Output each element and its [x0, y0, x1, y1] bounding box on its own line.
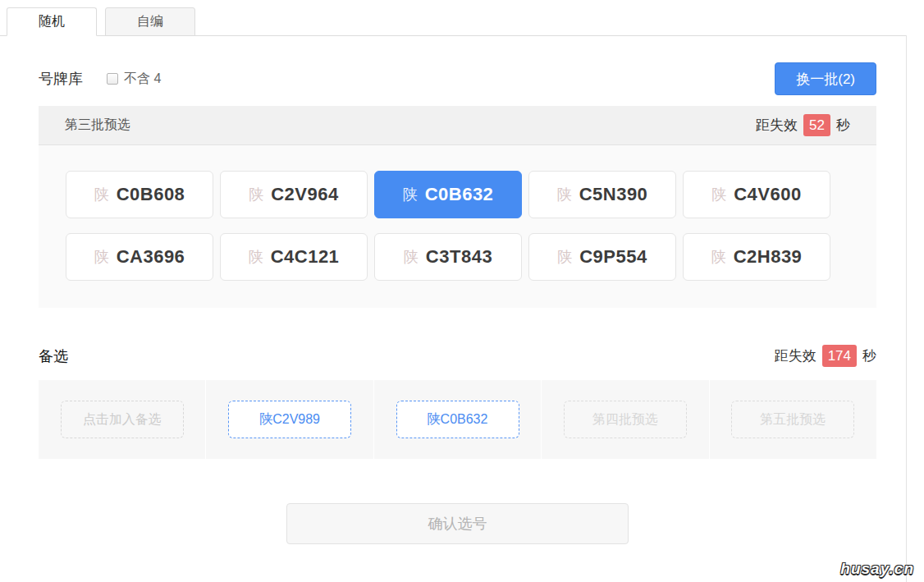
- plate-grid: 陕 C0B608 陕 C2V964 陕 C0B632 陕 C5N390 陕: [39, 145, 876, 308]
- change-batch-button[interactable]: 换一批(2): [775, 62, 876, 95]
- slot-cell: 陕C2V989: [206, 380, 373, 459]
- add-to-alternatives-button[interactable]: 点击加入备选: [61, 401, 184, 438]
- plate-number: CA3696: [117, 246, 185, 268]
- plate-button[interactable]: 陕 C2H839: [683, 233, 830, 281]
- alternatives-expiry-countdown: 距失效 174 秒: [775, 345, 876, 367]
- slot-cell: 点击加入备选: [39, 380, 205, 459]
- alternatives-title: 备选: [39, 346, 68, 366]
- plate-province: 陕: [404, 247, 419, 267]
- countdown-badge: 52: [803, 114, 830, 136]
- alternatives-header: 备选 距失效 174 秒: [39, 345, 876, 367]
- plate-province: 陕: [711, 185, 726, 204]
- plate-province: 陕: [711, 247, 726, 267]
- slot-cell: 第五批预选: [710, 380, 876, 459]
- plate-province: 陕: [403, 185, 418, 204]
- library-row: 号牌库 不含 4 换一批(2): [39, 62, 876, 95]
- slot-cell: 第四批预选: [542, 380, 708, 459]
- confirm-selection-button[interactable]: 确认选号: [286, 503, 629, 544]
- plate-button[interactable]: 陕 C3T843: [374, 233, 522, 281]
- slot-cell: 陕C0B632: [374, 380, 541, 459]
- plate-province: 陕: [557, 185, 572, 204]
- plate-button[interactable]: 陕 C5N390: [528, 171, 676, 218]
- library-title: 号牌库: [39, 69, 83, 89]
- batch-panel-header: 第三批预选 距失效 52 秒: [39, 106, 876, 145]
- watermark: husay.cn: [840, 560, 914, 578]
- plate-province: 陕: [557, 247, 572, 267]
- tab-random-label: 随机: [39, 13, 65, 30]
- expiry-prefix: 距失效: [756, 116, 798, 135]
- exclude-4-label[interactable]: 不含 4: [124, 71, 161, 88]
- main-content: 号牌库 不含 4 换一批(2) 第三批预选 距失效 52 秒 陕 C0B608: [39, 62, 876, 544]
- expiry-prefix: 距失效: [775, 346, 817, 365]
- exclude-4-checkbox[interactable]: [107, 73, 118, 85]
- countdown-badge: 174: [822, 345, 857, 367]
- expiry-suffix: 秒: [862, 346, 876, 365]
- plate-button-selected[interactable]: 陕 C0B632: [374, 171, 522, 218]
- future-batch-slot: 第四批预选: [564, 401, 687, 438]
- plate-selection-page: 随机 自编 号牌库 不含 4 换一批(2) 第三批预选 距失效 52 秒: [0, 0, 924, 582]
- plate-number: C4C121: [271, 246, 340, 268]
- plate-number: C4V600: [734, 184, 802, 205]
- plate-number: C0B608: [117, 184, 185, 205]
- expiry-suffix: 秒: [836, 116, 850, 135]
- alternative-plate-button[interactable]: 陕C0B632: [396, 401, 519, 438]
- plate-province: 陕: [249, 247, 263, 267]
- plate-button[interactable]: 陕 C0B608: [66, 171, 213, 218]
- tab-random[interactable]: 随机: [7, 7, 97, 36]
- tab-custom[interactable]: 自编: [105, 7, 195, 36]
- plate-number: C3T843: [426, 246, 492, 268]
- plate-province: 陕: [249, 185, 263, 204]
- plate-province: 陕: [94, 247, 109, 267]
- plate-button[interactable]: 陕 C4V600: [683, 171, 830, 218]
- future-batch-slot: 第五批预选: [731, 401, 854, 438]
- plate-button[interactable]: 陕 C9P554: [528, 233, 676, 281]
- plate-button[interactable]: 陕 CA3696: [66, 233, 213, 281]
- plate-number: C2V964: [271, 184, 339, 205]
- tab-bar: 随机 自编: [0, 0, 907, 36]
- alternative-plate-button[interactable]: 陕C2V989: [228, 401, 351, 438]
- page-right-divider: [906, 35, 907, 582]
- batch-expiry-countdown: 距失效 52 秒: [756, 114, 850, 136]
- alternatives-slots: 点击加入备选 陕C2V989 陕C0B632 第四批预选 第五批预选: [39, 380, 876, 459]
- plate-button[interactable]: 陕 C4C121: [220, 233, 368, 281]
- plate-number: C2H839: [734, 246, 803, 268]
- plate-button[interactable]: 陕 C2V964: [220, 171, 368, 218]
- plate-province: 陕: [94, 185, 109, 204]
- plate-number: C5N390: [579, 184, 648, 205]
- tab-custom-label: 自编: [137, 13, 163, 30]
- batch-title: 第三批预选: [65, 117, 130, 134]
- plate-number: C0B632: [425, 184, 494, 205]
- batch-panel: 第三批预选 距失效 52 秒 陕 C0B608 陕 C2V964 陕: [39, 106, 876, 308]
- plate-number: C9P554: [579, 246, 647, 268]
